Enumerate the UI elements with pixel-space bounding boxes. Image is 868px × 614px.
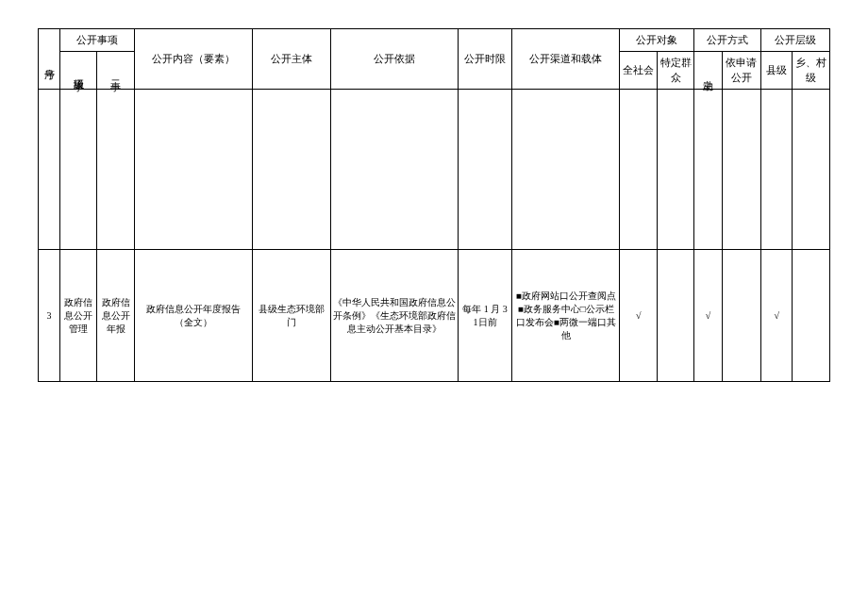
th-matter-lvl1: 级项事 [59,52,97,90]
cell-lvl2: 政府信息公开年报 [97,250,135,382]
cell-lvl1: 政府信息公开管理 [59,250,97,382]
th-level-village: 乡、村级 [793,52,830,90]
cell-method-apply [722,250,761,382]
cell-seq: 3 [39,250,60,382]
th-level: 公开层级 [761,29,830,52]
th-target-all: 全社会 [620,52,658,90]
th-subject: 公开主体 [252,29,330,90]
disclosure-table: 序号 公开事项 公开内容（要素） 公开主体 公开依据 公开时限 公开渠道和载体 … [38,28,830,382]
table-row-empty [39,90,830,250]
th-channel: 公开渠道和载体 [512,29,620,90]
cell-level-village [793,250,830,382]
cell-target-spec [657,250,694,382]
cell-content: 政府信息公开年度报告（全文） [134,250,252,382]
cell-time: 每年 1 月 31日前 [458,250,511,382]
th-target: 公开对象 [620,29,694,52]
th-method-apply: 依申请公开 [722,52,761,90]
th-time: 公开时限 [458,29,511,90]
th-target-spec: 特定群众 [657,52,694,90]
cell-method-active: √ [694,250,722,382]
th-seq: 序号 [39,29,60,90]
cell-channel: ■政府网站口公开查阅点■政务服务中心□公示栏口发布会■两微一端口其他 [512,250,620,382]
th-level-county: 县级 [761,52,793,90]
cell-level-county: √ [761,250,793,382]
cell-subject: 县级生态环境部门 [252,250,330,382]
cell-basis: 《中华人民共和国政府信息公开条例》《生态环境部政府信息主动公开基本目录》 [330,250,458,382]
table-row: 3 政府信息公开管理 政府信息公开年报 政府信息公开年度报告（全文） 县级生态环… [39,250,830,382]
th-matter-lvl2: 二事 [97,52,135,90]
th-method: 公开方式 [694,29,761,52]
th-content: 公开内容（要素） [134,29,252,90]
th-basis: 公开依据 [330,29,458,90]
th-method-active: 主动 [694,52,722,90]
cell-target-all: √ [620,250,658,382]
th-matter: 公开事项 [59,29,134,52]
